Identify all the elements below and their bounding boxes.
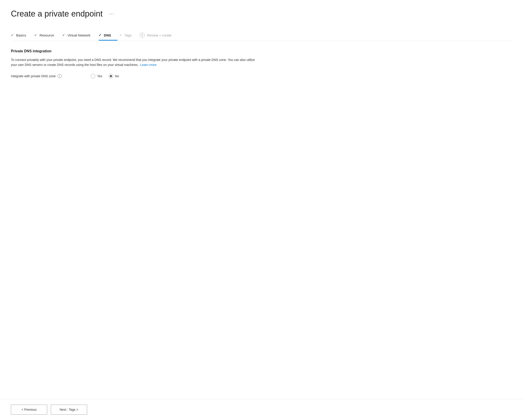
radio-option-yes[interactable]: Yes: [91, 74, 102, 78]
tab-virtual-network[interactable]: ✓ Virtual Network: [62, 30, 97, 40]
page-title: Create a private endpoint: [11, 9, 103, 19]
tab-virtual-network-label: Virtual Network: [67, 33, 90, 37]
tab-dns[interactable]: ✓ DNS: [99, 30, 117, 40]
tab-dns-label: DNS: [104, 33, 111, 37]
ellipsis-button[interactable]: ···: [107, 10, 116, 18]
tab-basics-check: ✓: [11, 33, 14, 37]
tab-basics-label: Basics: [16, 33, 26, 37]
description-text: To connect privately with your private e…: [11, 57, 260, 67]
tab-resource-check: ✓: [34, 33, 37, 37]
content-area: Private DNS integration To connect priva…: [11, 49, 283, 399]
info-icon[interactable]: i: [58, 74, 62, 78]
radio-outer-yes[interactable]: [91, 74, 95, 78]
previous-button[interactable]: < Previous: [11, 405, 47, 415]
tab-review-create-label: Review + create: [147, 33, 172, 37]
page-container: Create a private endpoint ··· ✓ Basics ✓…: [0, 0, 524, 399]
tab-resource[interactable]: ✓ Resource: [34, 30, 60, 40]
tab-review-create-number: 6: [140, 33, 145, 38]
radio-option-no[interactable]: No: [109, 74, 119, 78]
wizard-tabs: ✓ Basics ✓ Resource ✓ Virtual Network ✓ …: [11, 29, 513, 41]
radio-inner-no: [110, 75, 112, 77]
tab-basics[interactable]: ✓ Basics: [11, 30, 32, 40]
footer: < Previous Next : Tags >: [0, 399, 524, 420]
tab-virtual-network-check: ✓: [62, 33, 65, 37]
radio-outer-no[interactable]: [109, 74, 113, 78]
radio-label-yes: Yes: [97, 74, 102, 78]
form-label-dns-zone: Integrate with private DNS zone i: [11, 74, 83, 78]
tab-resource-label: Resource: [39, 33, 54, 37]
radio-group-dns-zone: Yes No: [91, 74, 119, 78]
form-label-text: Integrate with private DNS zone: [11, 74, 56, 78]
section-title: Private DNS integration: [11, 49, 283, 53]
tab-tags-check: ✓: [119, 33, 122, 37]
title-row: Create a private endpoint ···: [11, 9, 513, 19]
description-part1: To connect privately with your private e…: [11, 58, 255, 67]
tab-dns-check: ✓: [99, 33, 102, 37]
tab-tags[interactable]: ✓ Tags: [119, 30, 138, 40]
tab-review-create[interactable]: 6 Review + create: [140, 29, 178, 41]
form-row-dns-zone: Integrate with private DNS zone i Yes No: [11, 74, 283, 78]
tab-tags-label: Tags: [124, 33, 132, 37]
next-button[interactable]: Next : Tags >: [51, 405, 87, 415]
radio-label-no: No: [115, 74, 119, 78]
learn-more-link[interactable]: Learn more: [140, 63, 157, 67]
